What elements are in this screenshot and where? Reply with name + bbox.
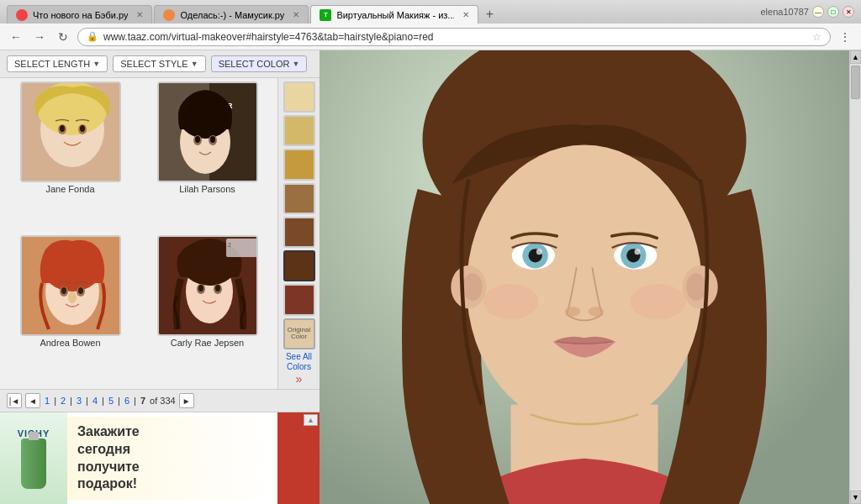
lilah-parsons-image[interactable]: NDER RO... [157,81,258,182]
andrea-bowen-name: Andrea Bowen [40,338,100,348]
hairstyle-item: NDER RO... [140,81,274,232]
babi-favicon [16,9,28,21]
forward-button[interactable]: → [30,28,49,46]
see-all-colors-section[interactable]: See All Colors » [282,352,316,386]
nav-bar: ← → ↻ 🔒 www.taaz.com/virtual-makeover#ha… [0,24,861,50]
address-bar[interactable]: 🔒 www.taaz.com/virtual-makeover#hairstyl… [77,28,831,46]
ad-right[interactable]: Закажите сегодня получите подарок! [67,417,277,500]
ad-bottle-image [21,438,46,489]
tab-mam-close[interactable]: ✕ [293,10,299,19]
tab-babi-close[interactable]: ✕ [136,10,143,19]
scroll-thumb[interactable] [851,66,860,99]
page-4[interactable]: 4 [92,396,98,406]
color-swatch-1[interactable] [283,81,315,113]
select-color-label: SELECT COLOR [219,59,290,69]
color-swatch-4[interactable] [283,183,315,214]
left-panel: SELECT LENGTH ▼ SELECT STYLE ▼ SELECT CO… [0,50,320,504]
photo-area [320,50,849,504]
page-2[interactable]: 2 [60,396,66,406]
svg-point-49 [483,284,538,319]
page-info: of 334 [150,396,176,406]
svg-point-42 [536,249,542,255]
tab-babi-label: Что нового на Бэби.ру [33,10,128,20]
toolbar: SELECT LENGTH ▼ SELECT STYLE ▼ SELECT CO… [0,50,320,78]
title-bar: Что нового на Бэби.ру ✕ Оделась:-) - Мам… [0,0,861,24]
select-style-button[interactable]: SELECT STYLE ▼ [113,55,205,72]
svg-point-6 [80,125,85,132]
andrea-bowen-image[interactable] [20,235,121,336]
hairstyle-grid: Jane Fonda NDER RO... [0,78,277,389]
back-button[interactable]: ← [7,28,25,46]
ad-text-line3: получите [77,459,267,476]
maximize-button[interactable]: □ [827,6,839,18]
tab-mam[interactable]: Оделась:-) - Мамусик.ру ✕ [154,5,309,24]
svg-point-24 [68,291,77,303]
reload-button[interactable]: ↻ [54,28,72,46]
scrollbar: ▲ ▼ [849,50,861,504]
select-length-button[interactable]: SELECT LENGTH ▼ [7,55,108,72]
page-3[interactable]: 3 [76,396,82,406]
select-color-button[interactable]: SELECT COLOR ▼ [211,55,308,72]
right-panel: ▲ ▼ [320,50,861,504]
menu-button[interactable]: ⋮ [836,28,854,46]
tab-taaz-close[interactable]: ✕ [462,10,469,19]
scroll-down-button[interactable]: ▼ [850,491,861,504]
bookmark-icon[interactable]: ☆ [812,31,821,43]
ad-right-border [277,412,320,504]
tab-babi[interactable]: Что нового на Бэби.ру ✕ [7,5,152,24]
color-swatch-3[interactable] [283,149,315,180]
page-5[interactable]: 5 [108,396,114,406]
ad-left: VICHY [0,412,67,504]
color-swatch-6[interactable] [283,250,315,281]
pagination: |◄ ◄ 1 | 2 | 3 | 4 | 5 | 6 | 7 of 334 ► [0,389,320,412]
scroll-track [850,64,861,491]
hairstyle-item: 2 Carly Rae Jepsen [140,235,274,386]
scroll-up-button[interactable]: ▲ [850,50,861,64]
original-color-button[interactable]: Original Color [283,318,315,349]
color-swatch-7[interactable] [283,284,315,315]
minimize-button[interactable]: — [812,6,824,18]
svg-point-31 [215,285,220,291]
tabs-row: Что нового на Бэби.ру ✕ Оделась:-) - Мам… [7,0,499,24]
page-1[interactable]: 1 [44,396,50,406]
prev-page-button[interactable]: ◄ [25,393,40,408]
jane-fonda-name: Jane Fonda [45,184,94,194]
page-6[interactable]: 6 [124,396,130,406]
svg-point-15 [195,136,200,143]
see-all-arrow-icon: » [296,372,303,386]
svg-point-52 [462,273,482,301]
first-page-button[interactable]: |◄ [7,393,22,408]
color-swatch-2[interactable] [283,115,315,146]
color-column: Original Color See All Colors » [277,78,320,389]
lilah-parsons-name: Lilah Parsons [179,184,235,194]
color-swatch-5[interactable] [283,217,315,248]
svg-point-50 [631,284,685,319]
style-dropdown-arrow: ▼ [191,60,198,68]
hairstyle-item: Jane Fonda [3,81,137,232]
next-page-button[interactable]: ► [179,393,194,408]
close-button[interactable]: ✕ [843,6,854,18]
tab-taaz-label: Виртуальный Макияж - из... [336,10,454,20]
svg-point-23 [78,287,83,294]
taaz-favicon: T [320,9,331,21]
jane-fonda-image[interactable] [20,81,121,182]
ad-area: ▲ VICHY Закажите сегодня получите подаро… [0,412,320,504]
new-tab-button[interactable]: + [480,5,499,24]
color-dropdown-arrow: ▼ [292,60,299,68]
ad-text-line4: подарок! [77,475,267,493]
tab-mam-label: Оделась:-) - Мамусик.ру [180,10,284,20]
carly-rae-image[interactable]: 2 [157,235,258,336]
page-7[interactable]: 7 [140,396,146,406]
main-content-area: Jane Fonda NDER RO... [0,78,320,389]
ad-badge: ▲ [304,414,318,426]
select-style-label: SELECT STYLE [120,59,188,69]
svg-point-5 [60,125,65,132]
hairstyle-item: Andrea Bowen [3,235,137,386]
ad-text-line1: Закажите [77,423,267,441]
length-dropdown-arrow: ▼ [92,60,100,68]
secure-icon: 🔒 [87,31,98,42]
svg-point-47 [565,307,581,317]
tab-taaz[interactable]: T Виртуальный Макияж - из... ✕ [310,5,478,24]
page-content: SELECT LENGTH ▼ SELECT STYLE ▼ SELECT CO… [0,50,861,504]
svg-text:2: 2 [228,242,231,248]
